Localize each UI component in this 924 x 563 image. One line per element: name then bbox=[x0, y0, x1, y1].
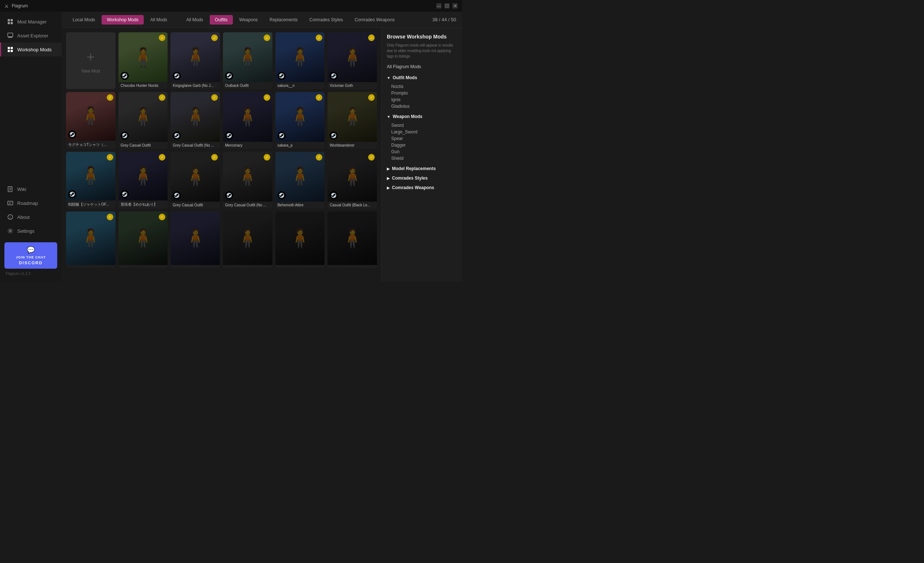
tabs-bar: Local Mods Workshop Mods All Mods All Mo… bbox=[62, 12, 462, 28]
new-mod-card[interactable]: ＋ New Mod bbox=[66, 32, 116, 89]
mod-thumb: 🧍 bbox=[275, 211, 325, 265]
weapon-link-sword[interactable]: Sword bbox=[387, 122, 457, 129]
outfit-mods-header[interactable]: ▼ Outfit Mods bbox=[387, 75, 457, 80]
mod-card-row4-4[interactable]: 🧍 bbox=[223, 211, 272, 268]
steam-badge bbox=[278, 191, 286, 199]
mod-label: Grey Casual Outfit (No ... bbox=[223, 202, 272, 208]
tab-comrades-weapons[interactable]: Comrades Weapons bbox=[350, 15, 400, 25]
maximize-button[interactable]: ☐ bbox=[444, 3, 450, 8]
mod-label: Chocobo Hunter Noctis bbox=[118, 82, 168, 89]
mod-card-grey4[interactable]: ✓ 🧍 Grey Casual Outfit (No ... bbox=[223, 152, 272, 208]
mod-card-world[interactable]: ✓ 🧍 Worldwanderer bbox=[327, 92, 377, 149]
comrades-weapons-label: Comrades Weapons bbox=[392, 185, 434, 190]
sidebar-item-label: About bbox=[17, 214, 30, 220]
mod-card-behemoth[interactable]: ✓ 🧍 Behemoth Attire bbox=[275, 152, 325, 208]
weapon-link-spear[interactable]: Spear bbox=[387, 135, 457, 142]
mod-manager-icon bbox=[7, 18, 14, 25]
svg-rect-5 bbox=[8, 37, 12, 38]
mod-thumb: ✓ 🧍 bbox=[275, 32, 325, 82]
weapon-link-shield[interactable]: Shield bbox=[387, 155, 457, 162]
mod-card-row4-6[interactable]: 🧍 bbox=[327, 211, 377, 268]
mod-thumb: ✓ 🧍 bbox=[66, 152, 116, 201]
mod-card-grey3[interactable]: ✓ 🧍 Grey Casual Outfit bbox=[171, 152, 220, 208]
mod-card-casual[interactable]: ✓ 🧍 Casual Outfit (Black Le... bbox=[327, 152, 377, 208]
mod-grid: ＋ New Mod ✓ 🧍 Chocobo Hun bbox=[66, 32, 377, 268]
model-replacements-header[interactable]: ▶ Model Replacements bbox=[387, 166, 457, 171]
sidebar-item-wiki[interactable]: Wiki bbox=[0, 182, 62, 196]
tab-all-mods-sub[interactable]: All Mods bbox=[181, 15, 208, 25]
mod-card-grey[interactable]: ✓ 🧍 Grey Casual Outfit bbox=[118, 92, 168, 149]
tab-weapons[interactable]: Weapons bbox=[234, 15, 263, 25]
chevron-right-icon: ▶ bbox=[387, 176, 390, 180]
mod-card-grey2[interactable]: ✓ 🧍 Grey Casual Outfit (No ... bbox=[171, 92, 220, 149]
mod-thumb: ✓ 🧍 bbox=[118, 152, 168, 201]
mod-thumb: 🧍 bbox=[171, 211, 220, 265]
tab-all-mods[interactable]: All Mods bbox=[145, 15, 172, 25]
sidebar-item-workshop-mods[interactable]: Workshop Mods bbox=[0, 42, 62, 57]
discord-button[interactable]: 💬 JOIN THE CHAT DISCORD bbox=[4, 242, 57, 269]
mod-label bbox=[118, 265, 168, 268]
mod-label: Outback Outfit bbox=[223, 82, 272, 89]
mod-card-merc[interactable]: ✓ 🧍 Mercenary bbox=[223, 92, 272, 149]
tab-replacements[interactable]: Replacements bbox=[264, 15, 303, 25]
all-flagrum-link[interactable]: All Flagrum Mods bbox=[387, 64, 457, 69]
outfit-link-noctis[interactable]: Noctis bbox=[387, 83, 457, 90]
mod-card-sakura-p[interactable]: ✓ 🧍 sakara_p bbox=[275, 92, 325, 149]
weapon-link-gun[interactable]: Gun bbox=[387, 148, 457, 155]
check-badge: ✓ bbox=[368, 34, 375, 41]
titlebar-left: ⚔ Flagrum bbox=[4, 3, 28, 9]
tab-workshop-mods[interactable]: Workshop Mods bbox=[102, 15, 143, 25]
sidebar-item-label: Roadmap bbox=[17, 201, 38, 206]
plus-icon: ＋ bbox=[84, 48, 97, 66]
titlebar: ⚔ Flagrum — ☐ ✕ bbox=[0, 0, 462, 12]
tab-comrades-styles[interactable]: Comrades Styles bbox=[304, 15, 348, 25]
minimize-button[interactable]: — bbox=[436, 3, 441, 8]
mod-thumb: ✓ 🧍 bbox=[275, 152, 325, 202]
check-badge: ✓ bbox=[368, 154, 375, 160]
character-figure: 🧍 bbox=[341, 228, 364, 249]
tab-local-mods[interactable]: Local Mods bbox=[68, 15, 100, 25]
mod-card-sentofu[interactable]: ✓ 🧍 戦闘服【ジャケットOF... bbox=[66, 152, 116, 208]
sidebar-item-asset-explorer[interactable]: Asset Explorer bbox=[0, 28, 62, 42]
chevron-right-icon: ▶ bbox=[387, 186, 390, 190]
comrades-weapons-header[interactable]: ▶ Comrades Weapons bbox=[387, 185, 457, 190]
mod-card-row4-1[interactable]: ✓ 🧍 bbox=[66, 211, 116, 268]
sidebar-item-about[interactable]: i About bbox=[0, 210, 62, 224]
mod-card-mog[interactable]: ✓ 🧍 モグチョコTシャツ（... bbox=[66, 92, 116, 149]
character-figure: 🧍 bbox=[184, 106, 207, 127]
workshop-mods-icon bbox=[7, 46, 14, 53]
mod-card-row4-2[interactable]: ✓ 🧍 bbox=[118, 211, 168, 268]
new-mod-thumb: ＋ New Mod bbox=[66, 32, 116, 89]
svg-rect-9 bbox=[10, 50, 13, 52]
close-button[interactable]: ✕ bbox=[453, 3, 458, 8]
outfit-link-gladiolus[interactable]: Gladiolus bbox=[387, 103, 457, 109]
mod-card-victorian[interactable]: ✓ 🧍 Victorian Goth bbox=[327, 32, 377, 89]
mod-grid-container[interactable]: ＋ New Mod ✓ 🧍 Chocobo Hun bbox=[62, 28, 381, 282]
weapon-link-large-sword[interactable]: Large_Sword bbox=[387, 129, 457, 135]
model-replacements-label: Model Replacements bbox=[392, 166, 436, 171]
mod-card-sakura-n[interactable]: ✓ 🧍 sakura__n bbox=[275, 32, 325, 89]
svg-rect-6 bbox=[8, 47, 10, 49]
check-badge: ✓ bbox=[159, 154, 165, 160]
check-badge: ✓ bbox=[316, 94, 322, 101]
mod-card-fudan[interactable]: ✓ 🧍 普段着【めがねあり】 bbox=[118, 152, 168, 208]
weapon-link-dagger[interactable]: Dagger bbox=[387, 142, 457, 148]
mod-card-outback[interactable]: ✓ 🧍 Outback Outfit bbox=[223, 32, 272, 89]
comrades-styles-header[interactable]: ▶ Comrades Styles bbox=[387, 175, 457, 181]
tab-outfits[interactable]: Outfits bbox=[210, 15, 233, 25]
sidebar-item-roadmap[interactable]: Roadmap bbox=[0, 196, 62, 210]
steam-badge bbox=[330, 72, 338, 80]
check-badge: ✓ bbox=[316, 34, 322, 41]
mod-card-row4-3[interactable]: 🧍 bbox=[171, 211, 220, 268]
roadmap-icon bbox=[7, 200, 14, 207]
outfit-link-ignis[interactable]: Ignis bbox=[387, 96, 457, 103]
weapon-mods-header[interactable]: ▼ Weapon Mods bbox=[387, 114, 457, 119]
outfit-link-prompto[interactable]: Prompto bbox=[387, 90, 457, 96]
sidebar-item-mod-manager[interactable]: Mod Manager bbox=[0, 15, 62, 28]
mod-card-kings[interactable]: ✓ 🧍 Kingsglaive Garb (No J... bbox=[171, 32, 220, 89]
svg-rect-14 bbox=[8, 201, 13, 205]
mod-card-row4-5[interactable]: 🧍 bbox=[275, 211, 325, 268]
mod-card-chocobo[interactable]: ✓ 🧍 Chocobo Hunter Noctis bbox=[118, 32, 168, 89]
character-figure: 🧍 bbox=[79, 228, 102, 249]
sidebar-item-settings[interactable]: Settings bbox=[0, 224, 62, 238]
